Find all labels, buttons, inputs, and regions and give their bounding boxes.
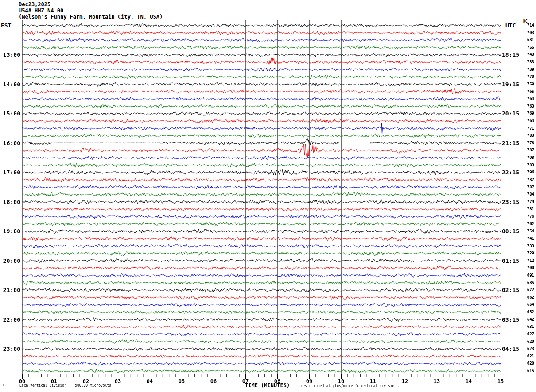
dc-offset-value: 770 [521,74,534,79]
utc-hour-label: 19:15 [502,81,519,88]
dc-offset-value: 755 [521,45,534,50]
minute-tick-label: 14 [461,378,476,384]
est-hour-label: 14:00 [0,81,20,88]
dc-offset-value: 743 [521,52,534,57]
dc-offset-value: 623 [521,346,534,351]
minute-tick-label: 09 [302,378,317,384]
clip-note: Traces clipped at plus/minus 5 vertical … [294,384,399,388]
dc-offset-value: 781 [521,207,534,211]
dc-offset-value: 754 [521,229,534,233]
dc-offset-value: 652 [521,310,534,314]
dc-offset-value: 691 [521,273,534,277]
dc-offset-value: 685 [521,281,534,285]
minute-tick-label: 13 [429,378,444,384]
est-hour-label: 21:00 [0,287,20,293]
est-hour-label: 22:00 [0,316,20,323]
dc-offset-value: 796 [521,170,534,174]
est-hour-label: 19:00 [0,228,20,234]
dc-offset-value: 763 [521,104,534,108]
dc-offset-value: 798 [521,155,534,160]
utc-hour-label: 03:15 [502,316,519,323]
dc-offset-value: 764 [521,96,534,101]
time-axis-title: TIME (MINUTES) [245,382,290,388]
dc-offset-value: 739 [521,67,534,72]
corner-watermark: M [3,384,4,388]
dc-offset-value: 615 [521,369,534,373]
est-hour-label: 16:00 [0,140,20,146]
dc-offset-value: 762 [521,222,534,226]
est-hour-label: 13:00 [0,51,20,58]
dc-offset-value: 700 [521,265,534,270]
dc-offset-value: 620 [521,361,534,365]
dc-offset-value: 729 [521,251,534,255]
minute-tick-label: 03 [110,378,125,384]
dc-offset-value: 783 [521,163,534,167]
minute-tick-label: 05 [174,378,189,384]
utc-hour-label: 18:15 [502,51,519,58]
utc-hour-label: 21:15 [502,140,519,146]
dc-offset-value: 787 [521,148,534,152]
dc-offset-value: 621 [521,354,534,358]
est-hour-label: 20:00 [0,257,20,264]
dc-offset-value: 672 [521,288,534,292]
dc-offset-value: 779 [521,200,534,204]
dc-offset-value: 783 [521,133,534,138]
helicorder-page: Dec23,2025 U54A HHZ N4 00 (Nelson's Funn… [0,0,536,392]
utc-hour-label: 22:15 [502,169,519,176]
dc-offset-value: 642 [521,317,534,322]
minute-tick-label: 06 [206,378,221,384]
dc-offset-value: 654 [521,302,534,307]
dc-offset-value: 778 [521,141,534,145]
dc-offset-value: 712 [521,258,534,263]
est-hour-label: 15:00 [0,110,20,117]
dc-offset-value: 703 [521,31,534,35]
est-hour-label: 17:00 [0,169,20,176]
dc-offset-value: 769 [521,111,534,115]
dc-offset-value: 733 [521,60,534,64]
utc-hour-label: 23:15 [502,199,519,205]
utc-hour-label: 00:15 [502,228,519,234]
dc-offset-value: 787 [521,185,534,189]
dc-offset-value: 681 [521,38,534,42]
est-hour-label: 23:00 [0,346,20,352]
dc-offset-value: 631 [521,324,534,329]
scale-note: Each Vertical Division = 500.00 microvol… [19,384,111,388]
dc-offset-value: 627 [521,332,534,336]
dc-offset-value: 787 [521,177,534,182]
utc-hour-label: 01:15 [502,257,519,264]
minute-tick-label: 10 [334,378,349,384]
dc-offset-value: 771 [521,126,534,131]
dc-offset-value: 765 [521,89,534,94]
utc-hour-label: 02:15 [502,287,519,293]
dc-offset-value: 629 [521,339,534,344]
dc-offset-value: 759 [521,82,534,86]
minute-tick-label: 15 [493,378,508,384]
dc-offset-value: 741 [521,236,534,241]
dc-offset-value: 784 [521,192,534,196]
dc-offset-value: 662 [521,295,534,300]
dc-offset-value: 733 [521,244,534,248]
minute-tick-label: 04 [142,378,157,384]
utc-hour-label: 20:15 [502,110,519,117]
minute-tick-label: 12 [397,378,412,384]
dc-offset-value: 714 [521,23,534,27]
seismogram-traces-canvas [0,0,536,392]
utc-hour-label: 04:15 [502,346,519,352]
dc-offset-value: 776 [521,214,534,219]
est-hour-label: 18:00 [0,199,20,205]
dc-offset-value: 764 [521,119,534,123]
minute-tick-label: 11 [365,378,381,384]
